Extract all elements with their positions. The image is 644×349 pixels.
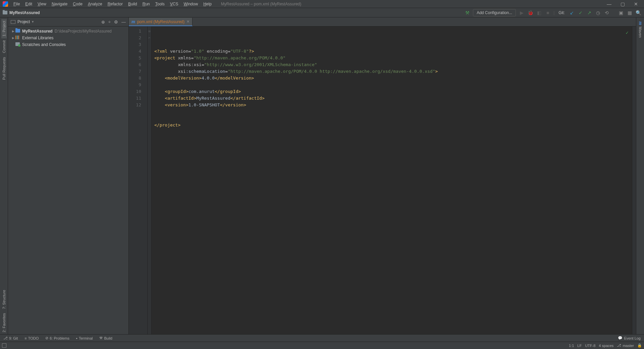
minimize-button[interactable]: — (602, 1, 616, 7)
tree-scratches[interactable]: Scratches and Consoles (8, 41, 128, 48)
code-line[interactable] (154, 115, 632, 122)
bottom-todo[interactable]: ≡TODO (24, 336, 39, 340)
project-structure-icon[interactable]: ▣ (618, 10, 624, 16)
scratches-icon (15, 42, 20, 46)
breadcrumb-project[interactable]: MyRestAssured (9, 10, 40, 15)
indent-setting[interactable]: 4 spaces (599, 344, 613, 348)
tree-root[interactable]: ▶ MyRestAssured D:\IdeaProjects\MyRestAs… (8, 28, 128, 35)
maximize-button[interactable]: ▢ (616, 1, 629, 7)
coverage-icon[interactable]: ◧ (536, 10, 542, 16)
code-line[interactable]: <project xmlns="http://maven.apache.org/… (154, 55, 632, 61)
git-label: Git: (558, 10, 565, 15)
tab-bar: m pom.xml (MyRestAssured) ✕ (129, 17, 636, 27)
hide-panel-icon[interactable]: — (121, 19, 126, 24)
toolwindow--structure[interactable]: 7: Structure (1, 288, 7, 311)
line-separator[interactable]: LF (577, 344, 582, 348)
bottom-build[interactable]: ⚒Build (99, 336, 112, 340)
menu-navigate[interactable]: Navigate (49, 1, 70, 7)
tab-close-icon[interactable]: ✕ (186, 19, 190, 24)
toolwindow-quick-access-icon[interactable] (2, 343, 6, 348)
window-title: MyRestAssured – pom.xml (MyRestAssured) (221, 2, 301, 6)
code-editor[interactable]: ✓ <?xml version="1.0" encoding="UTF-8"?>… (152, 27, 632, 334)
toolwindow-pull-requests[interactable]: Pull Requests (1, 55, 7, 82)
menu-tools[interactable]: Tools (153, 1, 167, 7)
maven-toolwindow-button[interactable]: m Maven (637, 19, 644, 40)
project-view-title[interactable]: Project (17, 19, 30, 24)
editor-area: m pom.xml (MyRestAssured) ✕ 123456789101… (129, 17, 636, 334)
toolwindow-commit[interactable]: Commit (1, 38, 7, 55)
code-line[interactable]: xsi:schemaLocation="http://maven.apache.… (154, 68, 632, 75)
toolwindow--favorites[interactable]: 2: Favorites (1, 311, 7, 334)
app-logo-icon (3, 1, 8, 7)
editor-tab[interactable]: m pom.xml (MyRestAssured) ✕ (129, 18, 193, 26)
locate-icon[interactable]: ⊕ (101, 19, 105, 24)
stop-icon[interactable]: ■ (545, 10, 551, 16)
close-button[interactable]: ✕ (629, 1, 643, 7)
fold-gutter[interactable]: ⊟⌐ (148, 27, 152, 334)
project-view-icon (11, 20, 15, 24)
menu-run[interactable]: Run (140, 1, 153, 7)
build-icon[interactable]: ⚒ (464, 10, 470, 16)
add-configuration-button[interactable]: Add Configuration... (473, 9, 516, 16)
project-panel: Project ▼ ⊕ ÷ ⚙ — ▶ MyRestAssured D:\Ide… (8, 17, 129, 334)
toolwindow--project[interactable]: 1: Project (1, 19, 7, 38)
navbar: MyRestAssured ⚒ Add Configuration... ▶ 🐞… (0, 8, 644, 17)
project-tree: ▶ MyRestAssured D:\IdeaProjects\MyRestAs… (8, 27, 128, 49)
tree-root-name: MyRestAssured (22, 29, 53, 34)
bottom-terminal[interactable]: ▪Terminal (76, 336, 93, 340)
tree-root-path: D:\IdeaProjects\MyRestAssured (55, 29, 112, 34)
menu-code[interactable]: Code (70, 1, 85, 7)
menubar: FileEditViewNavigateCodeAnalyzeRefactorB… (0, 0, 644, 8)
maven-label: Maven (638, 27, 642, 38)
menu-window[interactable]: Window (181, 1, 201, 7)
line-gutter[interactable]: 123456789101112 (129, 27, 148, 334)
menu-refactor[interactable]: Refactor (105, 1, 125, 7)
debug-icon[interactable]: 🐞 (527, 10, 533, 16)
error-stripe[interactable] (632, 27, 636, 334)
menu-view[interactable]: View (35, 1, 49, 7)
code-line[interactable]: <version>1.0-SNAPSHOT</version> (154, 102, 632, 108)
code-line[interactable]: </project> (154, 122, 632, 129)
tree-external-libraries[interactable]: ▶ External Libraries (8, 35, 128, 41)
tree-item-label: External Libraries (22, 36, 53, 40)
tab-label: pom.xml (MyRestAssured) (137, 19, 184, 24)
libraries-icon (15, 36, 19, 39)
menu-vcs[interactable]: VCS (167, 1, 181, 7)
code-line[interactable]: <groupId>com.anurut</groupId> (154, 88, 632, 95)
bottom-git[interactable]: ⎇9: Git (3, 336, 18, 340)
git-push-icon[interactable]: ↗ (586, 10, 592, 16)
bottom-toolwindow-bar: ⎇9: Git ≡TODO ⊘6: Problems ▪Terminal ⚒Bu… (0, 334, 644, 342)
expand-icon[interactable]: ÷ (108, 19, 111, 24)
project-view-dropdown-icon[interactable]: ▼ (31, 20, 34, 23)
menu-edit[interactable]: Edit (22, 1, 35, 7)
code-line[interactable]: <modelVersion>4.0.0</modelVersion> (154, 75, 632, 82)
lock-icon[interactable]: 🔒 (637, 343, 642, 348)
menu-build[interactable]: Build (125, 1, 140, 7)
revert-icon[interactable]: ⟲ (604, 10, 610, 16)
code-line[interactable] (154, 108, 632, 115)
caret-position[interactable]: 1:1 (569, 344, 574, 348)
search-everywhere-icon[interactable]: 🔍 (635, 10, 641, 16)
git-branch[interactable]: ⎇master (617, 343, 634, 348)
code-line[interactable]: <?xml version="1.0" encoding="UTF-8"?> (154, 48, 632, 55)
ide-settings-icon[interactable]: ▦ (627, 10, 633, 16)
git-pull-icon[interactable]: ↙ (569, 10, 575, 16)
code-line[interactable] (154, 82, 632, 88)
left-toolwindow-bar: 1: ProjectCommitPull Requests 7: Structu… (0, 17, 8, 334)
settings-gear-icon[interactable]: ⚙ (114, 19, 118, 24)
history-icon[interactable]: ◷ (595, 10, 601, 16)
git-commit-icon[interactable]: ✓ (578, 10, 584, 16)
run-icon[interactable]: ▶ (519, 10, 525, 16)
right-toolwindow-bar: m Maven (636, 17, 644, 334)
file-encoding[interactable]: UTF-8 (585, 344, 595, 348)
inspection-ok-icon[interactable]: ✓ (626, 29, 629, 36)
menu-file[interactable]: File (11, 1, 22, 7)
event-log-button[interactable]: 💬Event Log (618, 336, 641, 340)
bottom-problems[interactable]: ⊘6: Problems (45, 336, 69, 340)
code-line[interactable]: <artifactId>MyRestAssured</artifactId> (154, 95, 632, 102)
menu-analyze[interactable]: Analyze (85, 1, 105, 7)
menu-help[interactable]: Help (201, 1, 214, 7)
project-folder-icon (3, 11, 7, 14)
maven-file-icon: m (131, 19, 135, 24)
code-line[interactable]: xmlns:xsi="http://www.w3.org/2001/XMLSch… (154, 61, 632, 68)
